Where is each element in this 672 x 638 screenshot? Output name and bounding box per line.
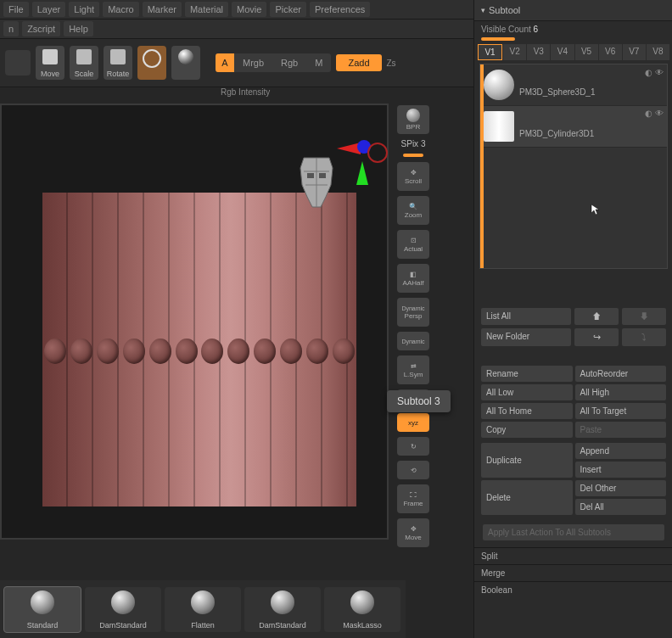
menu-zscript[interactable]: Zscript xyxy=(22,21,60,36)
scale-button[interactable]: Scale xyxy=(70,46,98,80)
menu-preferences[interactable]: Preferences xyxy=(310,2,370,17)
rotate-y-button[interactable]: ↻ xyxy=(397,437,429,456)
apply-last-button[interactable]: Apply Last Action To All Subtools xyxy=(483,524,664,540)
canvas-mesh xyxy=(42,193,356,506)
svg-point-3 xyxy=(368,143,387,162)
subtool-thumb xyxy=(484,111,514,142)
visible-slider[interactable] xyxy=(481,37,515,41)
brush-damstandard-2[interactable]: DamStandard xyxy=(244,587,321,632)
rotate-z-button[interactable]: ⟲ xyxy=(397,461,429,479)
viewport[interactable] xyxy=(0,104,389,540)
delete-button[interactable]: Delete xyxy=(481,480,573,515)
rotate-button[interactable]: Rotate xyxy=(104,46,132,80)
m-button[interactable]: M xyxy=(306,58,331,68)
zs-label: Zs xyxy=(387,59,396,68)
copy-button[interactable]: Copy xyxy=(481,422,573,438)
brush-standard[interactable]: Standard xyxy=(3,586,81,633)
autoreorder-button[interactable]: AutoReorder xyxy=(575,366,667,382)
menu-light[interactable]: Light xyxy=(69,2,99,17)
frame-button[interactable]: ⛶Frame xyxy=(397,484,429,513)
vtab-1[interactable]: V1 xyxy=(478,44,502,60)
vtab-4[interactable]: V4 xyxy=(551,44,574,60)
dynamic-button[interactable]: Dynamic xyxy=(397,332,429,350)
menu-help[interactable]: Help xyxy=(64,21,93,36)
lsym-button[interactable]: ⇄L.Sym xyxy=(397,355,429,384)
rgb-intensity-label: Rgb Intensity xyxy=(221,87,270,97)
svg-marker-0 xyxy=(337,143,361,154)
head-mesh xyxy=(295,151,338,210)
mrgb-button[interactable]: Mrgb xyxy=(234,58,272,68)
menu-file[interactable]: File xyxy=(3,2,29,17)
axis-gizmo[interactable] xyxy=(337,136,388,187)
color-swatch[interactable]: A xyxy=(216,53,234,72)
menu-material[interactable]: Material xyxy=(185,2,228,17)
list-all-button[interactable]: List All xyxy=(481,308,571,325)
menu-n[interactable]: n xyxy=(3,21,19,36)
move-down-button[interactable]: 🡇 xyxy=(622,308,666,325)
arrow-right-button[interactable]: ↪ xyxy=(574,328,619,346)
subtool-name: PM3D_Sphere3D_1 xyxy=(519,87,596,97)
xyz-button[interactable]: xyz xyxy=(397,413,429,432)
tooltip: Subtool 3 xyxy=(387,390,451,412)
bpr-button[interactable]: BPR xyxy=(397,105,429,134)
scroll-button[interactable]: ✥Scroll xyxy=(397,162,429,191)
menu-macro[interactable]: Macro xyxy=(103,2,139,17)
arrow-down-button[interactable]: ⤵ xyxy=(622,328,666,346)
menu-movie[interactable]: Movie xyxy=(232,2,266,17)
visible-count-value: 6 xyxy=(534,25,539,34)
brush-flatten[interactable]: Flatten xyxy=(165,587,241,632)
new-folder-button[interactable]: New Folder xyxy=(481,328,571,346)
move-up-button[interactable]: 🡅 xyxy=(574,308,619,325)
all-target-button[interactable]: All To Target xyxy=(575,403,667,419)
all-home-button[interactable]: All To Home xyxy=(481,403,573,419)
append-button[interactable]: Append xyxy=(575,443,667,459)
aahalf-button[interactable]: ◧AAHalf xyxy=(397,264,429,293)
move-button[interactable]: Move xyxy=(36,46,64,80)
brush-shelf: Standard DamStandard Flatten DamStandard… xyxy=(0,580,406,638)
vtab-7[interactable]: V7 xyxy=(623,44,646,60)
material-button[interactable] xyxy=(171,46,200,80)
rgb-button[interactable]: Rgb xyxy=(272,58,306,68)
duplicate-button[interactable]: Duplicate xyxy=(481,443,573,478)
subtool-header[interactable]: ▾Subtool xyxy=(474,0,672,21)
brush-masklasso[interactable]: MaskLasso xyxy=(324,587,400,632)
menu-layer[interactable]: Layer xyxy=(32,2,66,17)
paste-button[interactable]: Paste xyxy=(575,422,667,438)
all-low-button[interactable]: All Low xyxy=(481,384,573,400)
svg-marker-1 xyxy=(356,161,368,185)
all-high-button[interactable]: All High xyxy=(575,384,667,400)
subtool-item-1[interactable]: PM3D_Cylinder3D1 ◐👁 xyxy=(480,106,667,148)
draw-button[interactable] xyxy=(137,46,166,80)
move-cam-button[interactable]: ✥Move xyxy=(397,518,429,547)
vtab-5[interactable]: V5 xyxy=(575,44,598,60)
mrgb-group: A Mrgb Rgb M xyxy=(216,53,331,72)
visible-count-label: Visible Count xyxy=(481,25,531,34)
persp-button[interactable]: DynamicPersp xyxy=(397,298,429,327)
vtab-8[interactable]: V8 xyxy=(647,44,669,60)
subtool-list: PM3D_Sphere3D_1 ◐👁 PM3D_Cylinder3D1 ◐👁 xyxy=(479,64,668,269)
subtool-item-0[interactable]: PM3D_Sphere3D_1 ◐👁 xyxy=(480,64,667,106)
eye-icon[interactable]: 👁 xyxy=(655,68,664,77)
del-all-button[interactable]: Del All xyxy=(575,499,667,515)
cursor-icon xyxy=(591,204,602,215)
vtab-2[interactable]: V2 xyxy=(503,44,526,60)
brush-damstandard[interactable]: DamStandard xyxy=(85,587,161,632)
zadd-button[interactable]: Zadd xyxy=(336,54,381,71)
rename-button[interactable]: Rename xyxy=(481,366,573,382)
zoom-button[interactable]: 🔍Zoom xyxy=(397,196,429,225)
merge-section[interactable]: Merge xyxy=(474,564,672,581)
boolean-section[interactable]: Boolean xyxy=(474,581,672,598)
menu-picker[interactable]: Picker xyxy=(270,2,306,17)
split-section[interactable]: Split xyxy=(474,547,672,564)
polypaint-icon[interactable]: ◐ xyxy=(645,68,652,77)
vtab-6[interactable]: V6 xyxy=(599,44,622,60)
slot-1[interactable] xyxy=(5,50,31,76)
polypaint-icon[interactable]: ◐ xyxy=(645,109,652,118)
spix-slider[interactable] xyxy=(403,154,423,157)
actual-button[interactable]: ⊡Actual xyxy=(397,230,429,259)
insert-button[interactable]: Insert xyxy=(575,462,667,478)
eye-icon[interactable]: 👁 xyxy=(655,109,664,118)
del-other-button[interactable]: Del Other xyxy=(575,480,667,496)
vtab-3[interactable]: V3 xyxy=(527,44,550,60)
menu-marker[interactable]: Marker xyxy=(143,2,182,17)
